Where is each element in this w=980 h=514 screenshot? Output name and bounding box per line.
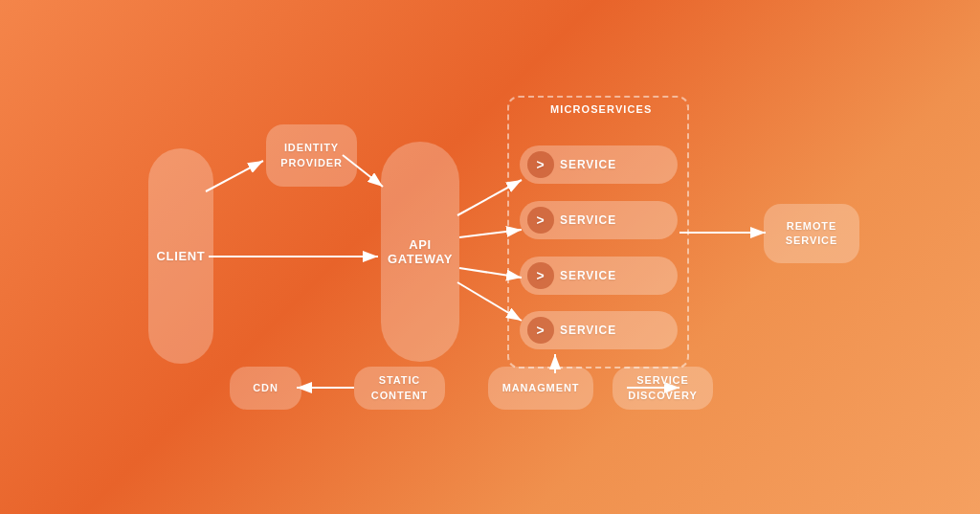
service3-icon: > bbox=[527, 262, 554, 289]
service4-node: > SERVICE bbox=[520, 311, 678, 349]
management-node: MANAGMENT bbox=[488, 367, 593, 410]
api-gateway-node: API GATEWAY bbox=[381, 142, 459, 362]
architecture-diagram: CLIENT IDENTITY PROVIDER API GATEWAY MIC… bbox=[0, 0, 980, 514]
service1-node: > SERVICE bbox=[520, 145, 678, 184]
service3-node: > SERVICE bbox=[520, 257, 678, 295]
service4-icon: > bbox=[527, 317, 554, 344]
identity-provider-node: IDENTITY PROVIDER bbox=[266, 124, 357, 187]
microservices-label: MICROSERVICES bbox=[550, 103, 652, 115]
static-content-node: STATIC CONTENT bbox=[354, 367, 445, 410]
service2-node: > SERVICE bbox=[520, 201, 678, 239]
remote-service-node: REMOTE SERVICE bbox=[764, 204, 859, 263]
service2-icon: > bbox=[527, 207, 554, 234]
svg-line-1 bbox=[206, 161, 263, 191]
cdn-node: CDN bbox=[230, 367, 301, 410]
service-discovery-node: SERVICE DISCOVERY bbox=[612, 367, 713, 410]
service1-icon: > bbox=[527, 151, 554, 178]
client-node: CLIENT bbox=[148, 148, 213, 364]
